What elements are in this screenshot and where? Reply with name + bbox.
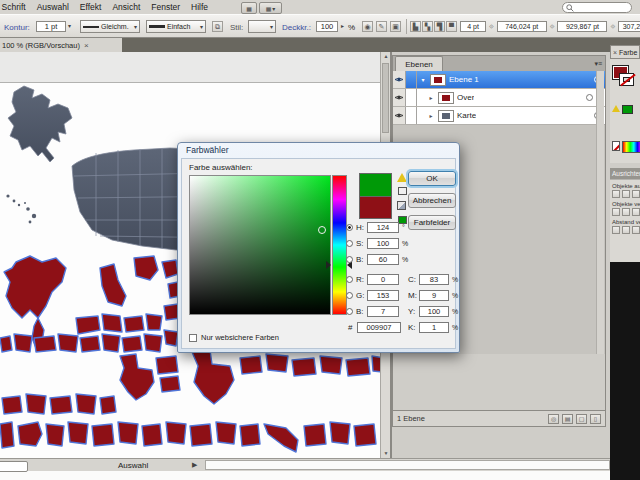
opacity-dropdown-arrow[interactable]: ▸ — [341, 22, 344, 29]
swatches-button[interactable]: Farbfelder — [408, 215, 456, 230]
stroke-weight-dropdown-arrow[interactable]: ▾ — [68, 22, 71, 29]
arrange-documents-button[interactable]: ▦ — [241, 2, 257, 14]
transform-field-1[interactable]: 4 pt — [460, 21, 486, 32]
layer-row-over[interactable]: ▸Over — [393, 89, 605, 107]
menu-schrift[interactable]: Schrift — [2, 2, 26, 12]
lock-toggle[interactable] — [406, 71, 417, 88]
document-tab[interactable]: 100 % (RGB/Vorschau) × — [0, 38, 122, 52]
scroll-down-icon[interactable]: ▼ — [382, 449, 390, 458]
panel-menu-icon[interactable]: ▾≡ — [594, 60, 602, 68]
radio-h[interactable] — [346, 224, 353, 231]
out-of-gamut-warning-icon[interactable] — [612, 105, 620, 112]
y-field[interactable]: 100 — [419, 306, 449, 317]
gamut-color-swatch[interactable] — [622, 105, 633, 114]
align-icon[interactable] — [622, 226, 630, 234]
hue-slider-arrow-left[interactable] — [326, 261, 331, 269]
r-field[interactable]: 0 — [367, 274, 399, 285]
visibility-toggle[interactable] — [393, 89, 406, 106]
stroke-swatch[interactable] — [619, 73, 634, 86]
make-clipping-mask-icon[interactable]: ◎ — [548, 414, 559, 424]
menu-ansicht[interactable]: Ansicht — [112, 2, 140, 12]
status-menu-arrow-icon[interactable]: ▶ — [192, 461, 197, 469]
web-color-cube-icon[interactable] — [397, 201, 406, 210]
align-icon[interactable] — [612, 208, 620, 216]
constrain-link-icon[interactable]: ⟐ — [550, 23, 555, 30]
brush-definition-dropdown[interactable]: Einfach ▾ — [146, 20, 206, 33]
tab-ebenen[interactable]: Ebenen — [395, 56, 443, 71]
transform-field-3[interactable]: 929,867 pt — [557, 21, 607, 32]
transform-field-2[interactable]: 746,024 pt — [497, 21, 547, 32]
align-icon[interactable] — [632, 226, 640, 234]
align-center-icon[interactable]: ▚ — [422, 21, 433, 32]
b2-field[interactable]: 7 — [367, 306, 399, 317]
radio-b[interactable] — [346, 256, 353, 263]
align-icon[interactable] — [632, 208, 640, 216]
align-right-icon[interactable]: ▜ — [434, 21, 445, 32]
new-sublayer-icon[interactable]: ▤ — [562, 414, 573, 424]
hue-slider[interactable] — [332, 175, 347, 315]
align-icon[interactable] — [612, 190, 620, 198]
ok-button[interactable]: OK — [408, 171, 456, 186]
radio-s[interactable] — [346, 240, 353, 247]
radio-r[interactable] — [346, 276, 353, 283]
chevron-right-icon[interactable]: ▸ — [427, 94, 435, 101]
cancel-button[interactable]: Abbrechen — [408, 193, 456, 208]
align-icon[interactable] — [612, 226, 620, 234]
stroke-weight-field[interactable]: 1 pt — [36, 21, 66, 32]
recolor-artwork-icon[interactable]: ◉ — [362, 21, 373, 32]
lock-toggle[interactable] — [406, 89, 417, 106]
hex-field[interactable]: 009907 — [357, 322, 401, 333]
dialog-title[interactable]: Farbwähler — [178, 143, 459, 158]
close-icon[interactable]: × — [84, 41, 89, 50]
layer-row-karte[interactable]: ▸Karte — [393, 107, 605, 125]
m-field[interactable]: 9 — [419, 290, 449, 301]
b-field[interactable]: 60 — [367, 254, 399, 265]
color-field-marker[interactable] — [318, 226, 326, 234]
shape-mode-icon[interactable]: ⧉ — [212, 21, 223, 32]
s-field[interactable]: 100 — [367, 238, 399, 249]
width-profile-dropdown[interactable]: Gleichm. ▾ — [80, 20, 140, 33]
color-spectrum-bar[interactable] — [622, 141, 640, 153]
menu-auswahl[interactable]: Auswahl — [37, 2, 69, 12]
isolate-object-icon[interactable]: ▣ — [390, 21, 401, 32]
layers-scrollbar[interactable] — [596, 71, 604, 354]
scroll-up-icon[interactable]: ▲ — [382, 52, 390, 61]
g-field[interactable]: 153 — [367, 290, 399, 301]
align-top-icon[interactable]: ▀ — [446, 21, 457, 32]
visibility-toggle[interactable] — [393, 107, 406, 124]
radio-b2[interactable] — [346, 308, 353, 315]
delete-layer-icon[interactable]: ▯ — [590, 414, 601, 424]
stroke-link[interactable]: Kontur: — [4, 23, 30, 32]
opacity-link[interactable]: Deckkr.: — [282, 23, 311, 32]
gamut-color-swatch[interactable] — [398, 187, 407, 195]
chevron-right-icon[interactable]: ▸ — [427, 112, 435, 119]
h-field[interactable]: 124 — [367, 222, 399, 233]
style-dropdown[interactable]: ▾ — [248, 20, 276, 33]
transform-field-4[interactable]: 307,209 pt — [618, 21, 640, 32]
align-panel-header[interactable]: Ausrichten — [610, 168, 640, 179]
layer-name[interactable]: Ebene 1 — [449, 75, 479, 84]
menu-effekt[interactable]: Effekt — [80, 2, 102, 12]
layer-name[interactable]: Over — [457, 93, 474, 102]
c-field[interactable]: 83 — [419, 274, 449, 285]
opacity-field[interactable]: 100 — [316, 21, 338, 32]
websafe-checkbox[interactable] — [189, 334, 197, 342]
target-circle-icon[interactable] — [586, 94, 593, 101]
align-icon[interactable] — [632, 190, 640, 198]
horizontal-scrollbar[interactable] — [205, 460, 610, 470]
none-color-icon[interactable] — [612, 141, 620, 151]
radio-g[interactable] — [346, 292, 353, 299]
out-of-gamut-warning-icon[interactable] — [397, 173, 407, 182]
lock-toggle[interactable] — [406, 107, 417, 124]
search-input[interactable] — [562, 2, 632, 13]
workspace-switcher-button[interactable]: ▦▾ — [259, 2, 282, 14]
align-icon[interactable] — [622, 190, 630, 198]
constrain-link-icon[interactable]: ⟐ — [489, 23, 494, 30]
align-left-icon[interactable]: ▙ — [410, 21, 421, 32]
k-field[interactable]: 1 — [419, 322, 449, 333]
color-gradient-field[interactable] — [189, 175, 331, 315]
layer-name[interactable]: Karte — [457, 111, 476, 120]
menu-fenster[interactable]: Fenster — [151, 2, 180, 12]
new-layer-icon[interactable]: ▢ — [576, 414, 587, 424]
visibility-toggle[interactable] — [393, 71, 406, 88]
